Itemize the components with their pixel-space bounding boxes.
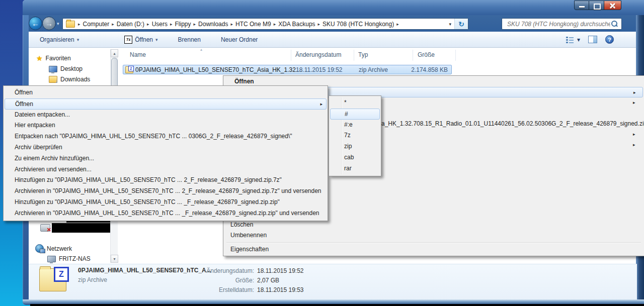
chevron-right-icon[interactable]: ▸ xyxy=(273,22,277,27)
zip-folder-icon-large: Z xyxy=(39,268,66,291)
downloads-icon: ↓ xyxy=(49,76,57,83)
zip-menu-label: Öffnen xyxy=(15,100,33,108)
seven-zip-submenu: Öffnen Öffnen ▸ Dateien entpacken... Hie… xyxy=(3,85,328,221)
chevron-right-icon[interactable]: ▸ xyxy=(317,22,321,27)
address-bar[interactable]: ▸ Computer ▸ Daten (D:) ▸ Users ▸ Flippy… xyxy=(62,18,468,30)
organize-label: Organisieren xyxy=(40,36,74,43)
open-button[interactable]: 7z Öffnen ▾ xyxy=(119,34,163,46)
search-input[interactable]: SKU 708 (HTC Hongkong) durchsuchen xyxy=(502,21,610,28)
format-item-hash-e[interactable]: #:e xyxy=(329,120,381,131)
breadcrumb-daten-d[interactable]: Daten (D:) xyxy=(115,21,146,28)
sidebar-item-redacted-drive[interactable] xyxy=(40,224,50,232)
new-folder-button[interactable]: Neuer Ordner xyxy=(216,34,263,46)
organize-button[interactable]: Organisieren ▾ xyxy=(35,34,84,46)
window-bottom-border xyxy=(23,299,644,304)
column-divider[interactable] xyxy=(455,50,456,61)
sidebar-item-favoriten[interactable]: ★ Favoriten xyxy=(36,54,71,62)
zip-menu-item-dateien-entpacken[interactable]: Dateien entpacken... xyxy=(4,110,328,121)
zip-menu-item-hier-entpacken[interactable]: Hier entpacken xyxy=(4,120,328,131)
column-header-type[interactable]: Typ xyxy=(358,51,368,58)
file-type: zip Archive xyxy=(359,66,388,74)
breadcrumb-flippy[interactable]: Flippy xyxy=(174,21,193,28)
column-header-modified[interactable]: Änderungsdatum xyxy=(295,51,341,58)
zip-menu-item-oeffnen-formats[interactable]: Öffnen ▸ xyxy=(5,98,327,110)
help-button[interactable]: ? xyxy=(605,35,614,44)
format-item-7z[interactable]: 7z xyxy=(329,130,381,141)
sidebar-item-fritz-nas[interactable]: FRITZ-NAS xyxy=(47,255,91,262)
details-modified-row: Änderungsdatum: 18.11.2015 19:52 xyxy=(156,266,312,276)
burn-button[interactable]: Brennen xyxy=(173,34,206,46)
submenu-arrow-icon: ▸ xyxy=(320,99,323,110)
sidebar-label: Desktop xyxy=(60,65,83,72)
refresh-button[interactable]: ↻ xyxy=(454,19,468,29)
close-button[interactable] xyxy=(604,1,621,10)
zip-menu-item-entpacken-nach[interactable]: Entpacken nach "0PJAIMG_HIMA_UHL_L50_SEN… xyxy=(4,131,328,142)
maximize-icon xyxy=(594,4,601,10)
submenu-arrow-icon: ▸ xyxy=(633,87,636,98)
chevron-right-icon[interactable]: ▸ xyxy=(111,22,115,27)
zip-file-icon: Z xyxy=(125,66,133,73)
created-label: Erstelldatum: xyxy=(156,285,257,295)
history-dropdown-icon[interactable]: ▾ xyxy=(57,21,59,26)
address-dropdown-icon[interactable]: ▾ xyxy=(446,22,454,27)
breadcrumb-downloads[interactable]: Downloads xyxy=(197,21,229,28)
column-divider[interactable] xyxy=(413,50,413,61)
seven-zip-icon: 7z xyxy=(124,36,132,44)
zip-menu-item-hinzufuegen-7z[interactable]: Hinzufügen zu "0PJAIMG_HIMA_UHL_L50_SENS… xyxy=(4,175,328,186)
column-divider[interactable] xyxy=(354,50,354,61)
breadcrumb-xda-backups[interactable]: XDA Backups xyxy=(277,21,316,28)
context-menu-item-loeschen[interactable]: Löschen xyxy=(224,220,643,230)
zip-menu-item-oeffnen[interactable]: Öffnen xyxy=(4,87,328,98)
breadcrumb-computer[interactable]: Computer xyxy=(82,21,111,28)
file-row-selected[interactable]: Z 0PJAIMG_HIMA_UHL_L50_SENSE70_hTC_Asia_… xyxy=(123,65,452,74)
chevron-right-icon[interactable]: ▸ xyxy=(169,22,174,27)
zip-menu-item-archivieren-7z-versenden[interactable]: Archivieren in "0PJAIMG_HIMA_UHL_L50_SEN… xyxy=(4,186,328,197)
format-item-zip[interactable]: zip xyxy=(329,141,381,152)
search-box[interactable]: SKU 708 (HTC Hongkong) durchsuchen xyxy=(502,18,622,30)
breadcrumb-sku-708[interactable]: SKU 708 (HTC Hongkong) xyxy=(321,21,395,28)
format-item-cab[interactable]: cab xyxy=(329,152,381,163)
breadcrumb-htc-one-m9[interactable]: HTC One M9 xyxy=(234,21,273,28)
window-controls xyxy=(574,1,621,10)
sidebar-item-downloads[interactable]: ↓ Downloads xyxy=(49,76,90,83)
column-header-size[interactable]: Größe xyxy=(418,51,435,58)
zip-menu-item-archivieren-versenden[interactable]: Archivieren und versenden... xyxy=(4,164,328,175)
back-button[interactable]: ← xyxy=(29,17,42,30)
desktop-icon xyxy=(49,66,57,72)
context-menu-item-eigenschaften[interactable]: Eigenschaften xyxy=(224,244,643,255)
breadcrumb-users[interactable]: Users xyxy=(150,21,169,28)
desktop: ← → ▾ ▸ Computer ▸ Daten (D:) ▸ Users ▸ … xyxy=(0,0,644,306)
column-divider[interactable] xyxy=(291,50,291,61)
sidebar-item-desktop[interactable]: Desktop xyxy=(49,65,83,72)
chevron-right-icon[interactable]: ▸ xyxy=(146,22,150,27)
minimize-button[interactable] xyxy=(574,1,589,10)
views-button[interactable]: ▾ xyxy=(566,36,580,43)
maximize-button[interactable] xyxy=(589,1,604,10)
zip-menu-item-hinzufuegen-zip[interactable]: Hinzufügen zu "0PJAIMG_HIMA_UHL_L50_SENS… xyxy=(4,197,328,208)
scroll-up-button[interactable]: ▴ xyxy=(111,49,118,57)
toolbar-right-icons: ▾ ? xyxy=(566,35,614,44)
context-menu-item-umbenennen[interactable]: Umbenennen xyxy=(224,230,643,241)
chevron-right-icon: ▸ xyxy=(77,22,82,27)
format-item-star[interactable]: * xyxy=(329,97,381,109)
chevron-down-icon: ▾ xyxy=(577,36,580,43)
scroll-down-button[interactable]: ▾ xyxy=(111,255,118,263)
format-item-rar[interactable]: rar xyxy=(329,163,381,174)
chevron-right-icon[interactable]: ▸ xyxy=(193,22,197,27)
new-folder-label: Neuer Ordner xyxy=(221,36,258,43)
sidebar-label: Netzwerk xyxy=(47,245,72,252)
sidebar-item-netzwerk[interactable]: Netzwerk xyxy=(35,244,72,253)
details-properties: Änderungsdatum: 18.11.2015 19:52 Größe: … xyxy=(156,266,312,295)
titlebar[interactable] xyxy=(23,0,644,15)
format-item-hash[interactable]: # xyxy=(330,109,380,120)
chevron-right-icon[interactable]: ▸ xyxy=(229,22,234,27)
zip-menu-item-archiv-ueberpruefen[interactable]: Archiv überprüfen xyxy=(4,142,328,153)
zip-badge: Z xyxy=(128,66,134,71)
column-header-name[interactable]: Name xyxy=(130,51,146,58)
preview-pane-button[interactable] xyxy=(588,36,597,43)
file-name: 0PJAIMG_HIMA_UHL_L50_SENSE70_hTC_Asia_HK… xyxy=(135,66,302,74)
zip-menu-item-zu-archiv-hinzufuegen[interactable]: Zu einem Archiv hinzufügen... xyxy=(4,153,328,164)
forward-button[interactable]: → xyxy=(42,17,56,30)
zip-menu-item-archivieren-zip-versenden[interactable]: Archivieren in "0PJAIMG_HIMA_UHL_L50_SEN… xyxy=(4,208,328,219)
submenu-arrow-icon: ▸ xyxy=(633,140,635,150)
